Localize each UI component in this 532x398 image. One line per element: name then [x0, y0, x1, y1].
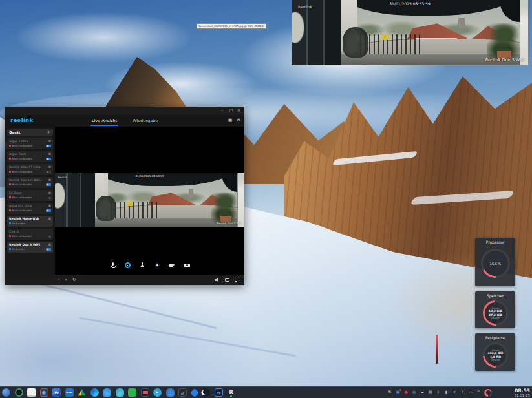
volume-icon[interactable] [215, 278, 220, 282]
taskbar-icon-crescent-browser[interactable] [202, 388, 210, 397]
stream-toggle-icon[interactable] [46, 248, 51, 251]
taskbar-icon-windows-app[interactable]: W [52, 388, 61, 397]
pip-camera-window[interactable]: 31/01/2025 08:53:59 Reolink Reolink Duo … [292, 0, 528, 65]
stream-toggle-icon[interactable] [46, 171, 51, 174]
device-altas-pt-ultra[interactable]: Reolink Altas PT Ultra ⚙ Nicht verbunden [7, 164, 53, 175]
taskbar-icon-sync-app[interactable]: ⇄ [178, 388, 187, 397]
add-device-icon[interactable]: + [47, 130, 51, 134]
window-titlebar[interactable]: – □ × [5, 107, 244, 115]
tray-expand-icon[interactable]: ^ [476, 388, 482, 397]
taskbar-icon-diamond-app[interactable] [189, 388, 198, 397]
taskbar-icon-telegram[interactable] [153, 388, 162, 397]
taskbar-clock[interactable]: 08:53 31.01.25 [515, 388, 531, 397]
taskbar-icon-cloud-app-dark[interactable] [166, 388, 175, 397]
taskbar-icon-microsoft-edge[interactable] [90, 388, 99, 397]
taskbar-icon-reolink-client[interactable]: R [227, 388, 235, 397]
security-shield-icon[interactable]: ▣ [396, 388, 401, 397]
camera-timestamp: 31/01/2025 08:53:59 [389, 1, 430, 6]
taskbar-icon-synology-dsm[interactable]: DSM [65, 388, 74, 397]
widget-title: Speicher [475, 291, 515, 298]
camera-chimney [458, 18, 465, 28]
device-doorbell-battery[interactable]: Reolink Doorbell Batt... ⚙ Nicht verbund… [7, 177, 53, 188]
snapshot-all-icon[interactable] [225, 278, 229, 282]
live-stream-duo3[interactable]: 31/01/2025 08:53:59 Reolink Reolink Duo … [55, 173, 244, 227]
gear-icon[interactable]: ⚙ [48, 191, 51, 194]
device-argus-3-ultra[interactable]: Argus 3 Ultra ⚙ Nicht verbunden [7, 138, 53, 149]
taskbar-icon-active-image-viewer[interactable] [40, 388, 48, 397]
refresh-icon[interactable]: ↻ [72, 277, 76, 282]
stream-toggle-icon[interactable] [46, 158, 51, 161]
taskbar-icon-screen-cast-app[interactable] [141, 388, 149, 397]
device-panel-title: Gerät [9, 131, 20, 134]
camera-hanging-chair [343, 27, 368, 57]
close-icon[interactable]: × [235, 107, 243, 115]
siren-icon[interactable] [140, 262, 145, 268]
taskbar-icon-green-app[interactable] [128, 388, 136, 397]
media-disc-icon[interactable]: ◎ [412, 388, 417, 397]
taskbar-icon-blue-sphere-app[interactable] [2, 388, 10, 397]
cpu-gauge: 16,6 % [481, 249, 510, 278]
gear-icon[interactable]: ⚙ [48, 178, 51, 182]
microphone-icon[interactable] [110, 262, 116, 268]
page-back-icon[interactable]: ‹ [58, 277, 60, 282]
tab-bar: Live-Ansicht Wiedergabe [5, 115, 244, 127]
settings-gear-icon[interactable]: ⚙ [237, 118, 240, 123]
minimize-icon[interactable]: – [218, 107, 226, 115]
gear-icon[interactable]: ⚙ [48, 217, 51, 220]
page-forward-icon[interactable]: › [65, 277, 67, 282]
gear-icon[interactable]: ⚙ [48, 243, 51, 246]
record-dot-icon[interactable]: ● [403, 388, 409, 397]
tab-playback[interactable]: Wiedergabe [133, 115, 158, 127]
fullscreen-icon[interactable] [235, 278, 239, 282]
clipboard-icon[interactable]: ▤ [428, 388, 433, 397]
layout-grid-icon[interactable]: ▦ [228, 118, 232, 123]
taskbar-icon-cloud-app-blue[interactable] [103, 388, 111, 397]
gear-icon[interactable]: ⚙ [48, 152, 51, 156]
cpu-widget: Prozessor 16,6 % [475, 238, 515, 286]
gear-icon[interactable]: ⚙ [48, 165, 51, 169]
record-video-icon[interactable] [169, 262, 175, 268]
device-panel-header: Gerät + [7, 129, 53, 136]
battery-icon[interactable]: ▮ [444, 388, 449, 397]
device-sidebar: Gerät + Argus 3 Ultra ⚙ Nicht verbunden … [5, 127, 55, 275]
gear-icon[interactable]: ⚙ [48, 204, 51, 207]
taskbar-icon-premiere-app[interactable]: Pr [215, 388, 223, 397]
app-header: reolink Live-Ansicht Wiedergabe ▦ ⚙ [5, 115, 244, 127]
gear-icon[interactable]: ⚙ [48, 140, 51, 143]
taskbar-icon-notes-app[interactable] [27, 388, 36, 397]
device-e1-zoom[interactable]: E1 Zoom ⚙ Wird verbunden ↻ [7, 190, 53, 201]
device-home-hub[interactable]: Reolink Home Hub ⚙ Verbunden [7, 216, 53, 227]
input-arrows-icon[interactable]: ⇅ [387, 388, 392, 397]
display-icon[interactable]: ▭ [468, 388, 473, 397]
cloud-sync-icon[interactable]: ☁ [420, 388, 425, 397]
reolink-app-window[interactable]: – □ × reolink Live-Ansicht Wiedergabe ▦ … [5, 107, 244, 285]
live-video-pane[interactable]: 31/01/2025 08:53:59 Reolink Reolink Duo … [55, 127, 244, 275]
stream-toggle-icon[interactable] [46, 209, 51, 213]
taskbar-icon-green-ring-app[interactable] [15, 388, 23, 397]
device-argus-track[interactable]: Argus Track ⚙ Nicht verbunden [7, 151, 53, 162]
camera-chimney [189, 189, 194, 197]
taskbar-icon-cloud-app-teal[interactable] [116, 388, 124, 397]
snapshot-icon[interactable] [184, 262, 190, 268]
tab-live-view[interactable]: Live-Ansicht [92, 115, 117, 127]
device-argus-eco-ultra[interactable]: Argus Eco Ultra ⚙ Nicht verbunden [7, 203, 53, 214]
device-cx810[interactable]: CX810 Wird verbunden ↻ [7, 229, 53, 240]
stream-toggle-icon[interactable] [46, 145, 51, 148]
two-way-talk-icon[interactable] [125, 262, 131, 268]
camera-name-label: Reolink Duo 3 WiFi [485, 58, 524, 63]
brightness-icon[interactable]: ☀ [452, 388, 457, 397]
wallpaper-cloud [13, 12, 194, 63]
stream-toggle-icon[interactable] [46, 183, 51, 187]
bluetooth-icon[interactable]: ᛒ [436, 388, 441, 397]
spotlight-icon[interactable]: ☀ [154, 262, 160, 268]
taskbar-icon-google-drive[interactable] [78, 388, 86, 397]
cpu-usage-value: 16,6 % [490, 262, 501, 266]
camera-column [237, 173, 244, 227]
cpu-tray-gauge[interactable] [484, 389, 492, 397]
camera-watermark: Reolink [298, 5, 312, 9]
connecting-spinner-icon: ↻ [48, 235, 51, 238]
camera-watering-can [127, 202, 133, 207]
sidebar-collapse-icon[interactable]: ‹ [5, 142, 8, 149]
device-duo-3-wifi[interactable]: Reolink Duo 3 WiFi ⚙ Verbunden [7, 242, 53, 253]
volume-icon[interactable]: ♪ [460, 388, 465, 397]
